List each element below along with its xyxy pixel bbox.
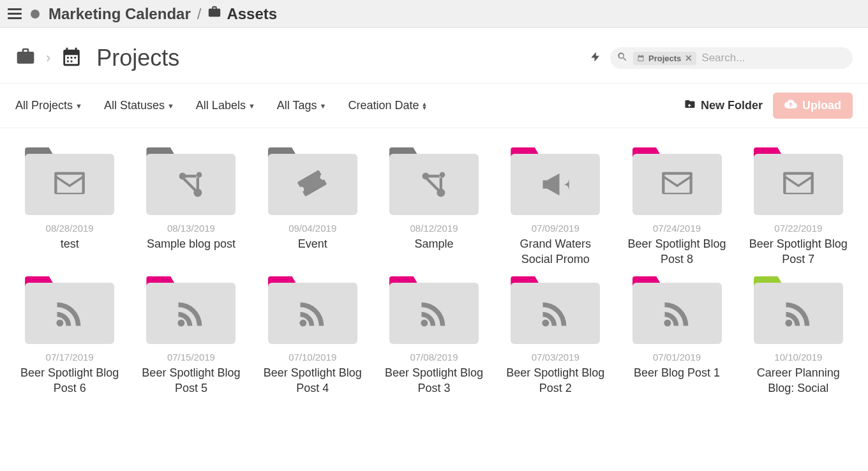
rss-icon — [417, 297, 451, 330]
folder-thumb — [268, 283, 357, 344]
folder-date: 08/28/2019 — [46, 223, 94, 234]
breadcrumb-assets[interactable]: Assets — [207, 5, 277, 23]
upload-label: Upload — [802, 99, 841, 112]
project-folder[interactable]: 09/04/2019 Event — [256, 154, 370, 267]
menu-button[interactable] — [8, 8, 22, 19]
folder-body — [754, 283, 843, 344]
folder-name: Beer Spotlight Blog Post 7 — [747, 236, 849, 267]
folder-thumb — [511, 154, 600, 215]
project-folder[interactable]: 07/03/2019 Beer Spotlight Blog Post 2 — [498, 283, 612, 396]
caret-down-icon: ▼ — [75, 102, 82, 110]
project-grid-scroll[interactable]: 08/28/2019 test 08/13/2019 Sample blog p… — [0, 128, 868, 469]
folder-date: 08/13/2019 — [147, 223, 236, 234]
breadcrumb-root[interactable]: Marketing Calendar — [49, 5, 191, 23]
folder-meta: 07/01/2019 Beer Blog Post 1 — [634, 352, 720, 380]
folder-thumb — [25, 154, 114, 215]
filters-row: All Projects▼ All Statuses▼ All Labels▼ … — [0, 84, 868, 128]
folder-name: Beer Spotlight Blog Post 5 — [140, 365, 242, 396]
calendar-icon — [61, 46, 82, 70]
folder-thumb — [268, 154, 357, 215]
folder-date: 07/09/2019 — [504, 223, 606, 234]
folder-meta: 07/10/2019 Beer Spotlight Blog Post 4 — [262, 352, 364, 396]
rss-icon — [661, 297, 694, 330]
breadcrumb-sep: / — [197, 5, 202, 23]
folder-name: Event — [288, 236, 336, 251]
folder-date: 07/17/2019 — [19, 352, 121, 363]
folder-meta: 07/24/2019 Beer Spotlight Blog Post 8 — [626, 223, 728, 267]
page-breadcrumb: › Projects — [15, 45, 179, 71]
folder-meta: 07/17/2019 Beer Spotlight Blog Post 6 — [19, 352, 121, 396]
project-folder[interactable]: 07/15/2019 Beer Spotlight Blog Post 5 — [134, 283, 248, 396]
folder-body — [754, 154, 843, 215]
folder-date: 07/01/2019 — [634, 352, 720, 363]
project-grid: 08/28/2019 test 08/13/2019 Sample blog p… — [13, 154, 855, 396]
folder-thumb — [389, 154, 479, 215]
folder-thumb — [146, 154, 236, 215]
folder-thumb — [754, 154, 843, 215]
folder-date: 10/10/2019 — [747, 352, 849, 363]
chevron-right-icon: › — [46, 50, 50, 66]
caret-down-icon: ▼ — [248, 102, 255, 110]
project-folder[interactable]: 08/28/2019 test — [13, 154, 126, 267]
folder-meta: 10/10/2019 Career Planning Blog: Social — [747, 352, 849, 396]
hub-icon — [174, 168, 207, 201]
folder-date: 07/24/2019 — [626, 223, 728, 234]
search-filter-chip[interactable]: Projects ✕ — [633, 52, 696, 65]
project-folder[interactable]: 07/24/2019 Beer Spotlight Blog Post 8 — [620, 154, 733, 267]
filter-sort[interactable]: Creation Date▲▼ — [348, 99, 427, 112]
folder-name: Beer Spotlight Blog Post 2 — [504, 365, 606, 396]
folder-body — [632, 154, 722, 215]
folder-name: test — [46, 236, 94, 251]
folder-date: 08/12/2019 — [410, 223, 458, 234]
page-title: Projects — [96, 45, 179, 71]
folder-name: Beer Spotlight Blog Post 4 — [262, 365, 364, 396]
folder-thumb — [511, 283, 600, 344]
briefcase-icon[interactable] — [15, 47, 36, 70]
project-folder[interactable]: 07/10/2019 Beer Spotlight Blog Post 4 — [256, 283, 370, 396]
subheader: › Projects Projects ✕ — [0, 28, 868, 84]
search-chip-label: Projects — [648, 54, 681, 63]
bolt-icon[interactable] — [590, 51, 601, 65]
project-folder[interactable]: 10/10/2019 Career Planning Blog: Social — [742, 283, 855, 396]
folder-name: Beer Blog Post 1 — [634, 365, 720, 380]
new-folder-button[interactable]: New Folder — [684, 98, 763, 113]
mail-icon — [661, 168, 694, 201]
folder-name: Sample — [410, 236, 458, 251]
folder-thumb — [632, 283, 722, 344]
close-icon[interactable]: ✕ — [685, 54, 692, 63]
project-folder[interactable]: 07/08/2019 Beer Spotlight Blog Post 3 — [377, 283, 491, 396]
project-folder[interactable]: 07/01/2019 Beer Blog Post 1 — [620, 283, 733, 396]
folder-meta: 07/15/2019 Beer Spotlight Blog Post 5 — [140, 352, 242, 396]
folder-meta: 08/28/2019 test — [46, 223, 94, 251]
folder-body — [25, 154, 114, 215]
rss-icon — [539, 297, 572, 330]
rss-icon — [296, 297, 329, 330]
status-dot — [31, 10, 40, 19]
filter-statuses[interactable]: All Statuses▼ — [104, 99, 174, 112]
filter-projects[interactable]: All Projects▼ — [15, 99, 82, 112]
rss-icon — [53, 297, 86, 330]
folder-body — [268, 283, 357, 344]
project-folder[interactable]: 07/22/2019 Beer Spotlight Blog Post 7 — [742, 154, 855, 267]
caret-down-icon: ▼ — [320, 102, 327, 110]
filter-labels[interactable]: All Labels▼ — [196, 99, 255, 112]
folder-date: 09/04/2019 — [288, 223, 336, 234]
folder-thumb — [389, 283, 479, 344]
project-folder[interactable]: 08/12/2019 Sample — [377, 154, 491, 267]
folder-meta: 08/12/2019 Sample — [410, 223, 458, 251]
folder-meta: 07/22/2019 Beer Spotlight Blog Post 7 — [747, 223, 849, 267]
folder-thumb — [632, 154, 722, 215]
mail-icon — [782, 168, 815, 201]
folder-name: Sample blog post — [147, 236, 236, 251]
project-folder[interactable]: 08/13/2019 Sample blog post — [134, 154, 248, 267]
project-folder[interactable]: 07/17/2019 Beer Spotlight Blog Post 6 — [13, 283, 126, 396]
ticket-icon — [296, 168, 329, 201]
folder-body — [511, 154, 600, 215]
search-input[interactable] — [701, 52, 844, 64]
filter-tags[interactable]: All Tags▼ — [277, 99, 327, 112]
folder-body — [146, 283, 236, 344]
upload-button[interactable]: Upload — [773, 93, 853, 119]
new-folder-label: New Folder — [701, 99, 763, 112]
search-icon — [617, 51, 628, 65]
project-folder[interactable]: 07/09/2019 Grand Waters Social Promo — [498, 154, 612, 267]
